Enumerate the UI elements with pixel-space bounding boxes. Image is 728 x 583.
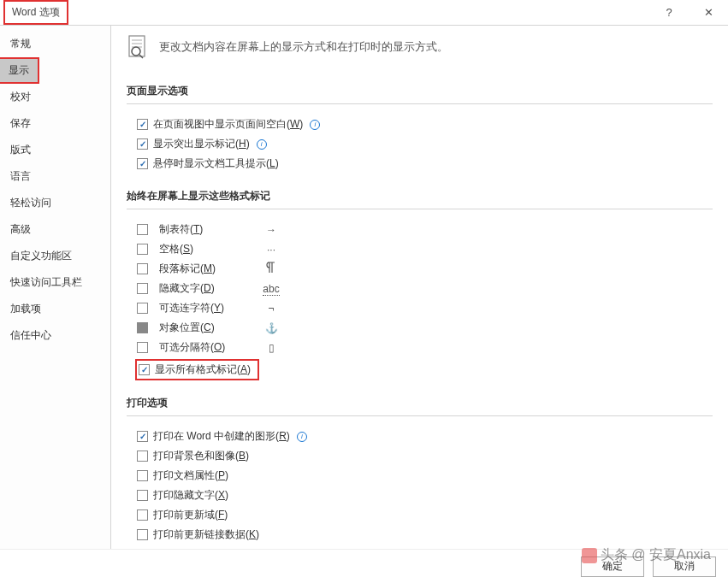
- info-icon[interactable]: [310, 120, 320, 130]
- opt-spaces[interactable]: 空格(S) ···: [127, 239, 713, 259]
- hidden-text-symbol-icon: abc: [258, 283, 284, 295]
- option-label: 打印前更新链接数据(K): [153, 527, 259, 542]
- sidebar-item-advanced[interactable]: 高级: [0, 216, 110, 243]
- svg-point-4: [132, 47, 140, 56]
- checkbox[interactable]: [137, 303, 148, 314]
- checkbox[interactable]: [137, 450, 148, 462]
- heading-text: 更改文档内容在屏幕上的显示方式和在打印时的显示方式。: [159, 39, 448, 55]
- option-label: 制表符(T): [159, 222, 253, 237]
- opt-optional-hyphens[interactable]: 可选连字符(Y) ¬: [127, 298, 713, 318]
- opt-highlighter-marks[interactable]: 显示突出显示标记(H): [127, 134, 713, 154]
- opt-show-whitespace[interactable]: 在页面视图中显示页面间空白(W): [127, 115, 713, 134]
- sidebar-item-trust-center[interactable]: 信任中心: [0, 322, 110, 349]
- opt-print-hidden-text[interactable]: 打印隐藏文字(X): [127, 486, 713, 505]
- opt-tab-characters[interactable]: 制表符(T) →: [127, 220, 713, 239]
- sidebar-highlight: 显示: [0, 57, 39, 84]
- section-title-page-display: 页面显示选项: [127, 77, 713, 104]
- help-button[interactable]: ?: [649, 0, 689, 26]
- option-label: 空格(S): [159, 242, 253, 256]
- tab-symbol-icon: →: [258, 224, 284, 236]
- checkbox[interactable]: [137, 322, 148, 333]
- sidebar-item-customize-ribbon[interactable]: 自定义功能区: [0, 243, 110, 269]
- page-magnifier-icon: [127, 34, 149, 60]
- sidebar-item-layout[interactable]: 版式: [0, 137, 110, 163]
- dialog-footer: 确定 取消: [0, 549, 728, 583]
- option-label: 隐藏文字(D): [159, 281, 253, 296]
- checkbox[interactable]: [137, 529, 148, 540]
- opt-tooltips-on-hover[interactable]: 悬停时显示文档工具提示(L): [127, 154, 713, 174]
- checkbox[interactable]: [137, 224, 148, 235]
- checkbox[interactable]: [137, 509, 148, 521]
- show-all-highlight: 显示所有格式标记(A): [135, 359, 259, 380]
- sidebar-item-proofing[interactable]: 校对: [0, 84, 110, 110]
- info-icon[interactable]: [257, 139, 267, 150]
- checkbox[interactable]: [137, 283, 148, 294]
- anchor-icon: ⚓: [258, 322, 284, 334]
- option-label: 可选连字符(Y): [159, 301, 253, 315]
- option-label: 打印在 Word 中创建的图形(R): [153, 429, 290, 444]
- optional-hyphen-icon: ¬: [258, 303, 284, 315]
- opt-paragraph-marks[interactable]: 段落标记(M): [127, 259, 713, 279]
- close-button[interactable]: ✕: [689, 0, 728, 26]
- opt-print-background[interactable]: 打印背景色和图像(B): [127, 446, 713, 466]
- optional-break-icon: ▯: [258, 342, 284, 354]
- heading-row: 更改文档内容在屏幕上的显示方式和在打印时的显示方式。: [127, 34, 713, 60]
- dialog-body: 常规 显示 校对 保存 版式 语言 轻松访问 高级 自定义功能区 快速访问工具栏…: [0, 26, 728, 549]
- option-label: 打印前更新域(F): [153, 508, 228, 522]
- dialog-title: Word 选项: [12, 6, 60, 18]
- sidebar-item-addins[interactable]: 加载项: [0, 296, 110, 322]
- space-symbol-icon: ···: [258, 244, 284, 256]
- sidebar-item-quick-access[interactable]: 快速访问工具栏: [0, 269, 110, 296]
- checkbox[interactable]: [137, 244, 148, 255]
- option-label: 悬停时显示文档工具提示(L): [153, 156, 279, 171]
- option-label: 打印文档属性(P): [153, 468, 228, 483]
- opt-print-properties[interactable]: 打印文档属性(P): [127, 466, 713, 486]
- checkbox[interactable]: [137, 342, 148, 353]
- opt-optional-breaks[interactable]: 可选分隔符(O) ▯: [127, 338, 713, 357]
- section-title-print: 打印选项: [127, 389, 713, 416]
- checkbox[interactable]: [137, 138, 148, 150]
- option-label: 打印隐藏文字(X): [153, 488, 228, 503]
- cancel-button[interactable]: 取消: [653, 556, 716, 577]
- checkbox[interactable]: [137, 158, 148, 169]
- opt-show-all-marks[interactable]: 显示所有格式标记(A): [155, 362, 251, 377]
- checkbox[interactable]: [137, 263, 148, 274]
- pilcrow-icon: [258, 262, 284, 276]
- option-label: 在页面视图中显示页面间空白(W): [153, 117, 303, 132]
- info-icon[interactable]: [297, 432, 307, 442]
- option-label: 对象位置(C): [159, 321, 253, 335]
- opt-update-linked-data[interactable]: 打印前更新链接数据(K): [127, 525, 713, 545]
- sidebar-item-display[interactable]: 显示: [0, 59, 38, 82]
- titlebar-buttons: ? ✕: [649, 0, 728, 26]
- opt-hidden-text[interactable]: 隐藏文字(D) abc: [127, 279, 713, 298]
- sidebar-item-ease-of-access[interactable]: 轻松访问: [0, 190, 110, 216]
- option-label: 打印背景色和图像(B): [153, 449, 249, 463]
- opt-print-drawings[interactable]: 打印在 Word 中创建的图形(R): [127, 427, 713, 446]
- opt-object-anchors[interactable]: 对象位置(C) ⚓: [127, 318, 713, 338]
- titlebar: Word 选项 ? ✕: [0, 0, 728, 26]
- option-label: 可选分隔符(O): [159, 340, 253, 355]
- opt-update-fields[interactable]: 打印前更新域(F): [127, 505, 713, 525]
- checkbox[interactable]: [137, 470, 148, 481]
- checkbox[interactable]: [139, 364, 150, 375]
- checkbox[interactable]: [137, 431, 148, 442]
- sidebar-item-language[interactable]: 语言: [0, 163, 110, 190]
- ok-button[interactable]: 确定: [581, 556, 644, 577]
- content-panel: 更改文档内容在屏幕上的显示方式和在打印时的显示方式。 页面显示选项 在页面视图中…: [111, 26, 728, 549]
- sidebar-item-general[interactable]: 常规: [0, 31, 110, 57]
- title-highlight: Word 选项: [3, 0, 68, 25]
- checkbox[interactable]: [137, 119, 148, 130]
- sidebar-item-save[interactable]: 保存: [0, 110, 110, 137]
- section-title-marks: 始终在屏幕上显示这些格式标记: [127, 182, 713, 209]
- option-label: 段落标记(M): [159, 262, 253, 276]
- option-label: 显示突出显示标记(H): [153, 137, 250, 151]
- checkbox[interactable]: [137, 490, 148, 501]
- svg-rect-0: [129, 36, 145, 56]
- sidebar: 常规 显示 校对 保存 版式 语言 轻松访问 高级 自定义功能区 快速访问工具栏…: [0, 26, 111, 549]
